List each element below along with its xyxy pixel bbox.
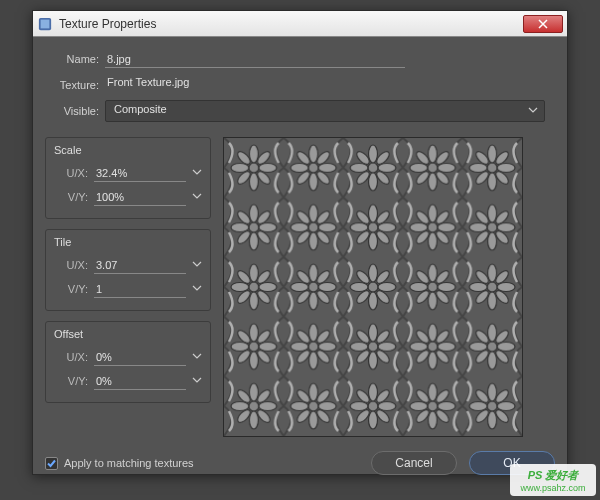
- texture-preview: [223, 137, 523, 437]
- chevron-down-icon[interactable]: [192, 283, 202, 295]
- apply-checkbox-wrap[interactable]: Apply to matching textures: [45, 457, 359, 470]
- tile-ux-label: U/X:: [54, 259, 88, 271]
- chevron-down-icon[interactable]: [192, 167, 202, 179]
- tile-vy-field[interactable]: [94, 280, 186, 298]
- offset-group: Offset U/X: V/Y:: [45, 321, 211, 403]
- scale-vy-label: V/Y:: [54, 191, 88, 203]
- chevron-down-icon[interactable]: [192, 191, 202, 203]
- texture-label: Texture:: [45, 79, 99, 91]
- bottom-row: Apply to matching textures Cancel OK: [33, 445, 567, 485]
- visible-label: Visible:: [45, 105, 99, 117]
- close-button[interactable]: [523, 15, 563, 33]
- svg-rect-1: [41, 19, 50, 28]
- scale-title: Scale: [54, 144, 202, 156]
- chevron-down-icon[interactable]: [192, 375, 202, 387]
- apply-label: Apply to matching textures: [64, 457, 194, 469]
- tile-group: Tile U/X: V/Y:: [45, 229, 211, 311]
- tile-title: Tile: [54, 236, 202, 248]
- scale-vy-field[interactable]: [94, 188, 186, 206]
- texture-value: Front Texture.jpg: [105, 76, 405, 94]
- dialog-title: Texture Properties: [59, 17, 523, 31]
- mid-row: Scale U/X: V/Y: Tile U/X:: [33, 133, 567, 445]
- cancel-button-label: Cancel: [395, 456, 432, 470]
- scale-group: Scale U/X: V/Y:: [45, 137, 211, 219]
- scale-ux-label: U/X:: [54, 167, 88, 179]
- offset-ux-field[interactable]: [94, 348, 186, 366]
- watermark-url: www.psahz.com: [520, 483, 585, 493]
- visible-select-value: Composite: [114, 103, 167, 115]
- watermark: PS 爱好者 www.psahz.com: [510, 464, 596, 496]
- chevron-down-icon[interactable]: [192, 259, 202, 271]
- offset-vy-label: V/Y:: [54, 375, 88, 387]
- form-area: Name: Texture: Front Texture.jpg Visible…: [33, 37, 567, 133]
- tile-ux-field[interactable]: [94, 256, 186, 274]
- scale-ux-field[interactable]: [94, 164, 186, 182]
- visible-select[interactable]: Composite: [105, 100, 545, 122]
- apply-checkbox[interactable]: [45, 457, 58, 470]
- tile-vy-label: V/Y:: [54, 283, 88, 295]
- svg-rect-12: [224, 138, 522, 436]
- app-icon: [37, 16, 53, 32]
- cancel-button[interactable]: Cancel: [371, 451, 457, 475]
- offset-vy-field[interactable]: [94, 372, 186, 390]
- name-label: Name:: [45, 53, 99, 65]
- texture-properties-dialog: Texture Properties Name: Texture: Front …: [32, 10, 568, 475]
- offset-ux-label: U/X:: [54, 351, 88, 363]
- chevron-down-icon: [528, 105, 538, 117]
- offset-title: Offset: [54, 328, 202, 340]
- name-field[interactable]: [105, 50, 405, 68]
- titlebar: Texture Properties: [33, 11, 567, 37]
- chevron-down-icon[interactable]: [192, 351, 202, 363]
- watermark-title: PS 爱好者: [528, 468, 579, 483]
- left-column: Scale U/X: V/Y: Tile U/X:: [45, 137, 211, 437]
